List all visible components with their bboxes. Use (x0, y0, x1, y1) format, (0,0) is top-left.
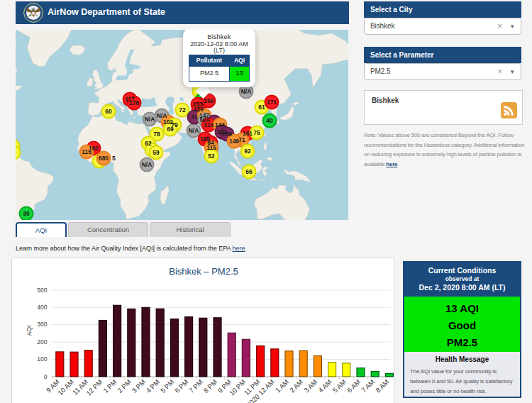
svg-text:2 AM: 2 AM (288, 377, 304, 394)
svg-text:5 AM: 5 AM (331, 377, 348, 394)
svg-text:1 PM: 1 PM (101, 377, 118, 394)
svg-text:500: 500 (37, 287, 47, 294)
svg-text:176: 176 (129, 99, 139, 106)
svg-text:10 AM: 10 AM (56, 377, 75, 397)
svg-text:239: 239 (222, 131, 232, 138)
svg-text:6 PM: 6 PM (173, 377, 190, 394)
svg-text:146: 146 (229, 138, 239, 145)
svg-text:5 PM: 5 PM (159, 377, 176, 394)
svg-text:10 PM: 10 PM (228, 377, 247, 397)
svg-text:4 PM: 4 PM (145, 377, 162, 394)
svg-text:4 AM: 4 AM (316, 377, 333, 394)
svg-text:5: 5 (112, 155, 116, 162)
svg-text:72: 72 (179, 106, 186, 114)
svg-text:30: 30 (23, 210, 30, 217)
svg-text:8 PM: 8 PM (201, 377, 218, 394)
svg-text:75: 75 (253, 129, 260, 136)
svg-text:62: 62 (145, 140, 152, 147)
svg-text:1 AM: 1 AM (274, 377, 290, 394)
svg-text:78: 78 (153, 131, 160, 138)
svg-text:7 AM: 7 AM (360, 377, 376, 394)
svg-text:N/A: N/A (145, 116, 155, 123)
svg-text:N/A: N/A (189, 127, 199, 134)
svg-text:60: 60 (105, 108, 112, 115)
svg-text:300: 300 (37, 321, 47, 328)
svg-text:N/A: N/A (241, 88, 252, 95)
svg-text:115: 115 (206, 144, 216, 151)
svg-text:100: 100 (37, 355, 47, 363)
svg-text:52: 52 (208, 153, 215, 160)
svg-text:171: 171 (267, 99, 277, 106)
svg-text:AQI: AQI (26, 325, 33, 336)
svg-text:N/A: N/A (142, 161, 153, 168)
svg-text:200: 200 (37, 338, 47, 346)
svg-text:59: 59 (153, 149, 160, 156)
svg-text:7 PM: 7 PM (187, 377, 204, 394)
svg-text:115: 115 (82, 148, 92, 155)
svg-text:3 PM: 3 PM (130, 377, 147, 394)
svg-text:69: 69 (167, 126, 174, 133)
svg-text:159: 159 (204, 97, 214, 104)
svg-text:680: 680 (99, 155, 109, 162)
svg-text:61: 61 (258, 104, 265, 111)
svg-text:71: 71 (238, 136, 245, 143)
svg-text:3 AM: 3 AM (302, 377, 318, 394)
svg-text:0: 0 (44, 373, 48, 380)
svg-text:40: 40 (266, 117, 273, 124)
svg-text:8 AM: 8 AM (374, 377, 390, 394)
svg-text:31: 31 (191, 114, 198, 121)
svg-text:314: 314 (204, 121, 214, 128)
svg-text:144: 144 (215, 121, 225, 128)
svg-text:2 PM: 2 PM (116, 377, 133, 394)
svg-text:12 PM: 12 PM (84, 377, 104, 397)
svg-text:92: 92 (244, 148, 251, 155)
svg-text:66: 66 (245, 168, 253, 175)
svg-text:6 AM: 6 AM (345, 377, 362, 394)
svg-text:400: 400 (37, 304, 47, 311)
